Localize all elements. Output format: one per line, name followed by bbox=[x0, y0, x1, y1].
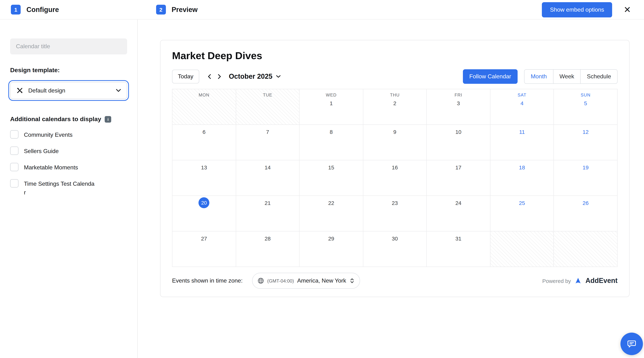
chat-bubble-icon bbox=[626, 339, 637, 349]
checkbox-marketable-moments[interactable] bbox=[10, 163, 18, 171]
date-number: 6 bbox=[172, 129, 236, 135]
calendar-cell[interactable]: 6 bbox=[172, 125, 236, 160]
calendar-cell[interactable]: SUN5 bbox=[554, 89, 618, 125]
show-embed-options-button[interactable]: Show embed options bbox=[542, 2, 612, 17]
calendar-cell[interactable]: 9 bbox=[363, 125, 427, 160]
calendar-cell[interactable]: 21 bbox=[236, 196, 300, 231]
date-number: 12 bbox=[554, 129, 617, 135]
checkbox-row-community-events[interactable]: Community Events bbox=[10, 130, 127, 139]
calendar-footer: Events shown in time zone: (GMT-04:00) A… bbox=[172, 273, 618, 289]
calendar-title-input[interactable] bbox=[10, 39, 127, 54]
date-number: 4 bbox=[490, 100, 554, 106]
date-number: 1 bbox=[300, 100, 363, 106]
unfold-icon bbox=[349, 278, 354, 284]
calendar-cell[interactable]: 7 bbox=[236, 125, 300, 160]
today-date: 20 bbox=[199, 197, 210, 208]
calendar-preview-card: Market Deep Dives Today October 2025 bbox=[160, 40, 630, 297]
timezone-selector[interactable]: (GMT-04:00) America, New York bbox=[252, 273, 360, 289]
today-button[interactable]: Today bbox=[172, 70, 199, 83]
calendar-cell[interactable]: SAT4 bbox=[490, 89, 554, 125]
calendar-cell[interactable]: 28 bbox=[236, 231, 300, 267]
date-number: 3 bbox=[427, 100, 490, 106]
calendar-cell[interactable]: 26 bbox=[554, 196, 618, 231]
calendar-cell[interactable]: 11 bbox=[490, 125, 554, 160]
info-icon[interactable]: i bbox=[105, 116, 112, 123]
calendar-cell[interactable]: 13 bbox=[172, 160, 236, 196]
checkbox-row-sellers-guide[interactable]: Sellers Guide bbox=[10, 146, 127, 156]
close-icon[interactable]: ✕ bbox=[622, 5, 633, 14]
calendar-cell[interactable]: 14 bbox=[236, 160, 300, 196]
calendar-cell[interactable]: 27 bbox=[172, 231, 236, 267]
additional-calendars-label: Additional calendars to display bbox=[10, 116, 101, 123]
calendar-cell[interactable]: 12 bbox=[554, 125, 618, 160]
design-template-dropdown[interactable]: Default design bbox=[10, 82, 127, 99]
weekday-label: THU bbox=[363, 92, 426, 98]
checkbox-time-settings-test[interactable] bbox=[10, 179, 18, 188]
checkbox-row-time-settings-test[interactable]: Time Settings Test Calendar bbox=[10, 179, 127, 197]
addevent-brand-name: AddEvent bbox=[586, 277, 618, 285]
top-bar: 1 Configure 2 Preview Show embed options… bbox=[0, 0, 644, 20]
embed-configurator-window: 1 Configure 2 Preview Show embed options… bbox=[0, 0, 644, 358]
date-number: 15 bbox=[300, 164, 363, 170]
calendar-cell[interactable]: THU2 bbox=[363, 89, 427, 125]
date-number: 9 bbox=[363, 129, 426, 135]
date-number: 8 bbox=[300, 129, 363, 135]
calendar-cell[interactable]: 22 bbox=[300, 196, 363, 231]
powered-by: Powered by AddEvent bbox=[542, 277, 618, 285]
calendar-cell[interactable]: FRI3 bbox=[427, 89, 490, 125]
globe-icon bbox=[258, 277, 264, 284]
step-configure: 1 Configure bbox=[11, 5, 59, 15]
calendar-cell-empty: TUE bbox=[236, 89, 300, 125]
next-month-icon[interactable] bbox=[216, 72, 223, 81]
calendar-cell[interactable]: 25 bbox=[490, 196, 554, 231]
month-selector[interactable]: October 2025 bbox=[229, 73, 281, 81]
timezone-label: Events shown in time zone: bbox=[172, 277, 243, 284]
calendar-cell[interactable]: 24 bbox=[427, 196, 490, 231]
date-number: 2 bbox=[363, 100, 426, 106]
date-number: 21 bbox=[236, 200, 299, 206]
calendar-cell[interactable]: 17 bbox=[427, 160, 490, 196]
calendar-cell[interactable]: 20 bbox=[172, 196, 236, 231]
weekday-label: TUE bbox=[236, 92, 299, 98]
date-number: 24 bbox=[427, 200, 490, 206]
weekday-label: WED bbox=[300, 92, 363, 98]
calendar-cell[interactable]: WED1 bbox=[300, 89, 363, 125]
checkbox-row-marketable-moments[interactable]: Marketable Moments bbox=[10, 163, 127, 172]
design-tools-icon bbox=[16, 87, 23, 94]
powered-by-label: Powered by bbox=[542, 278, 571, 284]
calendar-cell[interactable]: 30 bbox=[363, 231, 427, 267]
calendar-cell[interactable]: 31 bbox=[427, 231, 490, 267]
date-number: 11 bbox=[490, 129, 554, 135]
date-number: 10 bbox=[427, 129, 490, 135]
calendar-cell[interactable]: 15 bbox=[300, 160, 363, 196]
calendar-cell[interactable]: 10 bbox=[427, 125, 490, 160]
prev-month-icon[interactable] bbox=[206, 72, 213, 81]
step-2-label: Preview bbox=[172, 6, 198, 14]
calendar-cell[interactable]: 18 bbox=[490, 160, 554, 196]
date-number: 13 bbox=[172, 164, 236, 170]
calendar-cell[interactable]: 29 bbox=[300, 231, 363, 267]
checkbox-community-events[interactable] bbox=[10, 130, 18, 138]
view-tab-month[interactable]: Month bbox=[524, 70, 553, 83]
date-number: 26 bbox=[554, 200, 617, 206]
step-1-label: Configure bbox=[26, 6, 59, 14]
calendar-cell[interactable]: 23 bbox=[363, 196, 427, 231]
calendar-cell-empty bbox=[490, 231, 554, 267]
month-label: October 2025 bbox=[229, 73, 272, 81]
step-1-badge: 1 bbox=[11, 5, 21, 15]
calendar-cell[interactable]: 8 bbox=[300, 125, 363, 160]
date-number: 7 bbox=[236, 129, 299, 135]
date-number: 28 bbox=[236, 235, 299, 242]
checkbox-sellers-guide[interactable] bbox=[10, 146, 18, 155]
calendar-cell[interactable]: 16 bbox=[363, 160, 427, 196]
follow-calendar-button[interactable]: Follow Calendar bbox=[463, 69, 518, 84]
addevent-logo-icon bbox=[574, 277, 582, 285]
chat-widget-button[interactable] bbox=[620, 333, 643, 355]
view-tab-schedule[interactable]: Schedule bbox=[580, 70, 617, 83]
date-number: 5 bbox=[554, 100, 617, 106]
date-number: 18 bbox=[490, 164, 554, 170]
view-tab-week[interactable]: Week bbox=[553, 70, 580, 83]
calendar-cell[interactable]: 19 bbox=[554, 160, 618, 196]
calendar-cell-empty: MON bbox=[172, 89, 236, 125]
date-number: 19 bbox=[554, 164, 617, 170]
